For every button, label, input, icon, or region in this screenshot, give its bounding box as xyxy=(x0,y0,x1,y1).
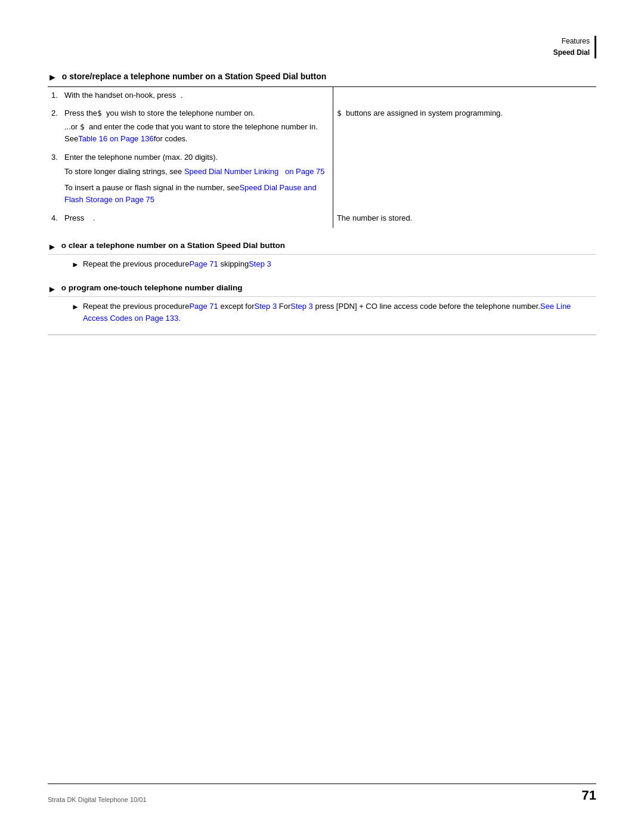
step1: 1. With the handset on-hook, press . xyxy=(51,89,329,101)
step3-note xyxy=(333,149,596,210)
section2: ► o clear a telephone number on a Statio… xyxy=(48,241,596,271)
section1-arrow: ► xyxy=(48,72,57,83)
step1-num: 1. xyxy=(51,89,64,101)
step1-note xyxy=(333,87,596,105)
speed-dial-number-linking-link[interactable]: Speed Dial Number Linking on Page 75 xyxy=(184,167,325,176)
footer: Strata DK Digital Telephone 10/01 71 xyxy=(48,784,596,803)
table-row: 1. With the handset on-hook, press . xyxy=(48,87,596,105)
step2-sub: ...or $ and enter the code that you want… xyxy=(64,121,329,144)
section3-step3-link1[interactable]: Step 3 xyxy=(255,302,277,311)
page: Features Speed Dial ► o store/replace a … xyxy=(0,0,644,833)
footer-page-number: 71 xyxy=(582,788,596,803)
section3-heading: ► o program one-touch telephone number d… xyxy=(48,283,596,297)
step4-note: The number is stored. xyxy=(333,210,596,228)
section3-bullet-arrow: ► xyxy=(72,301,79,313)
table16-link[interactable]: Table 16 on Page 136 xyxy=(78,134,154,143)
section3: ► o program one-touch telephone number d… xyxy=(48,283,596,324)
step3-text: Enter the telephone number (max. 20 digi… xyxy=(64,151,329,163)
bottom-divider xyxy=(48,335,596,335)
step4-text: Press . xyxy=(64,212,329,224)
section2-page71-link[interactable]: Page 71 xyxy=(189,259,218,268)
step3-cell: 3. Enter the telephone number (max. 20 d… xyxy=(48,149,333,210)
step3-sub1: To store longer dialing strings, see Spe… xyxy=(64,166,329,178)
section2-bullet-arrow: ► xyxy=(72,259,79,271)
step2: 2. Press the$ you wish to store the tele… xyxy=(51,107,329,119)
section2-bullet-text: Repeat the previous procedurePage 71 ski… xyxy=(83,258,271,270)
section3-step3-link2[interactable]: Step 3 xyxy=(290,302,313,311)
step3-sub2-text: To insert a pause or flash signal in the… xyxy=(64,183,317,204)
step3: 3. Enter the telephone number (max. 20 d… xyxy=(51,151,329,163)
section2-arrow: ► xyxy=(48,241,57,252)
table-row: 2. Press the$ you wish to store the tele… xyxy=(48,105,596,150)
procedure-table: 1. With the handset on-hook, press . 2. … xyxy=(48,87,596,228)
section2-bullet: ► Repeat the previous procedurePage 71 s… xyxy=(72,258,596,271)
header-features: Features xyxy=(562,37,590,45)
speed-dial-pause-flash-link[interactable]: Speed Dial Pause and Flash Storage on Pa… xyxy=(64,183,317,204)
section3-bullet-text: Repeat the previous procedurePage 71 exc… xyxy=(83,301,596,324)
step3-sub2: To insert a pause or flash signal in the… xyxy=(64,182,329,205)
header-speed-dial: Speed Dial xyxy=(553,48,590,57)
section3-heading-text: o program one-touch telephone number dia… xyxy=(61,283,243,292)
step4-note-text: The number is stored. xyxy=(337,213,412,222)
section3-arrow: ► xyxy=(48,284,57,294)
table-row: 3. Enter the telephone number (max. 20 d… xyxy=(48,149,596,210)
step2-note: $ buttons are assigned in system program… xyxy=(333,105,596,150)
step2-num: 2. xyxy=(51,107,64,119)
step2-cell: 2. Press the$ you wish to store the tele… xyxy=(48,105,333,150)
step1-cell: 1. With the handset on-hook, press . xyxy=(48,87,333,105)
step1-text: With the handset on-hook, press . xyxy=(64,89,329,101)
table-row: 4. Press . The number is stored. xyxy=(48,210,596,228)
step2-note-text: $ buttons are assigned in system program… xyxy=(337,109,503,117)
step4-cell: 4. Press . xyxy=(48,210,333,228)
section2-heading-text: o clear a telephone number on a Station … xyxy=(61,241,285,250)
section3-see-line-access-link[interactable]: See Line Access Codes on Page 133. xyxy=(83,302,571,323)
section3-bullet: ► Repeat the previous procedurePage 71 e… xyxy=(72,301,596,324)
step2-sub-text: ...or $ and enter the code that you want… xyxy=(64,122,318,143)
step4-num: 4. xyxy=(51,212,64,224)
section2-heading: ► o clear a telephone number on a Statio… xyxy=(48,241,596,255)
step3-num: 3. xyxy=(51,151,64,163)
step2-text: Press the$ you wish to store the telepho… xyxy=(64,107,329,119)
footer-left-text: Strata DK Digital Telephone 10/01 xyxy=(48,796,147,803)
step4: 4. Press . xyxy=(51,212,329,224)
step3-sub1-text: To store longer dialing strings, see Spe… xyxy=(64,167,324,176)
section3-page71-link[interactable]: Page 71 xyxy=(189,302,218,311)
section1-heading-text: o store/replace a telephone number on a … xyxy=(62,72,326,81)
page-header: Features Speed Dial xyxy=(553,36,596,58)
section1-heading: ► o store/replace a telephone number on … xyxy=(48,72,596,87)
section2-step3-link[interactable]: Step 3 xyxy=(249,259,271,268)
